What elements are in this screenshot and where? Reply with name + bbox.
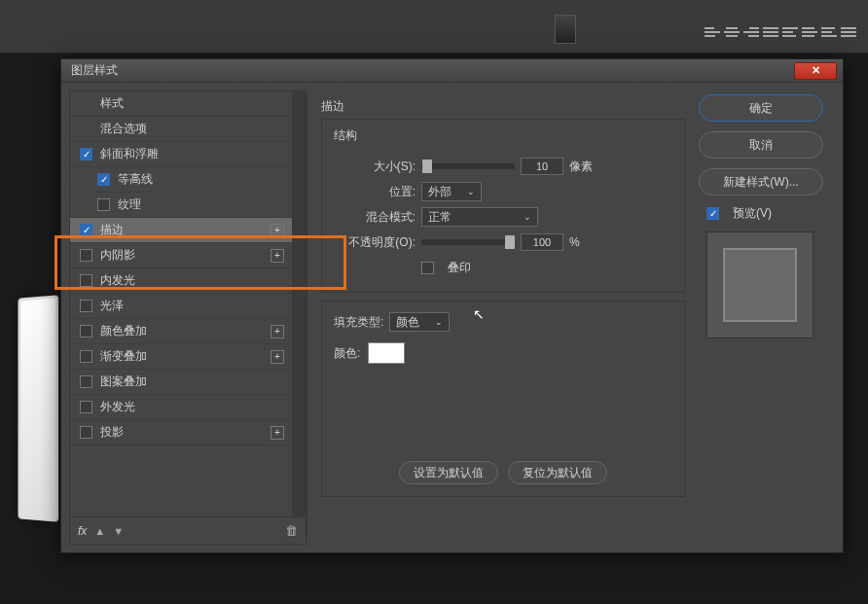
reset-default-button[interactable]: 复位为默认值	[508, 461, 607, 484]
blend-mode-row: 混合模式: 正常 ⌄	[334, 204, 672, 230]
close-icon: ✕	[812, 64, 820, 77]
style-item-color-overlay[interactable]: 颜色叠加 +	[70, 319, 292, 344]
style-item-inner-glow[interactable]: 内发光	[70, 268, 292, 294]
align-icon-group	[705, 24, 856, 40]
checkbox-icon[interactable]	[97, 173, 110, 186]
checkbox-icon[interactable]	[80, 249, 92, 262]
fill-type-select[interactable]: 颜色 ⌄	[389, 312, 450, 332]
align-bottom-icon[interactable]	[821, 24, 837, 40]
preview-toggle-row: 预览(V)	[699, 205, 829, 222]
style-item-stroke[interactable]: 描边 +	[70, 218, 292, 243]
close-button[interactable]: ✕	[794, 62, 837, 80]
fill-type-row: 填充类型: 颜色 ⌄	[334, 309, 672, 335]
align-right-icon[interactable]	[743, 24, 759, 40]
checkbox-icon[interactable]	[80, 274, 92, 287]
add-instance
-icon[interactable]: +	[271, 350, 284, 364]
group-label: 结构	[334, 127, 672, 144]
app-toolbar	[0, 0, 868, 53]
preview-checkbox[interactable]	[706, 207, 719, 220]
cancel-button[interactable]: 取消	[699, 131, 823, 159]
checkbox-icon[interactable]	[80, 325, 92, 338]
size-slider[interactable]	[421, 163, 515, 169]
opacity-row: 不透明度(O): %	[334, 230, 672, 255]
style-preview-swatch	[723, 248, 797, 322]
fill-group: 填充类型: 颜色 ⌄ 颜色: 设置为默认值 复位为默认值	[321, 301, 685, 497]
blend-mode-select[interactable]: 正常 ⌄	[421, 207, 538, 227]
align-distribute-icon[interactable]	[841, 24, 856, 40]
checkbox-icon[interactable]	[80, 300, 92, 312]
position-row: 位置: 外部 ⌄	[334, 179, 672, 204]
fx-icon[interactable]: fx	[78, 524, 87, 538]
color-swatch[interactable]	[368, 342, 405, 364]
align-middle-icon[interactable]	[802, 24, 817, 40]
chevron-down-icon: ⌄	[435, 317, 443, 327]
dialog-title: 图层样式	[71, 62, 118, 79]
opacity-unit: %	[569, 235, 580, 249]
arrow-up-icon[interactable]: ▲	[94, 525, 105, 537]
align-center-icon[interactable]	[724, 24, 740, 40]
align-justify-icon[interactable]	[763, 24, 778, 40]
opacity-label: 不透明度(O):	[334, 234, 416, 251]
position-label: 位置:	[334, 184, 416, 200]
structure-group: 结构 大小(S): 像素 位置: 外部 ⌄	[321, 119, 685, 293]
checkbox-icon[interactable]	[80, 426, 92, 439]
style-item-satin[interactable]: 光泽	[70, 294, 292, 319]
checkbox-icon[interactable]	[80, 350, 92, 363]
style-item-outer-glow[interactable]: 外发光	[70, 395, 292, 420]
action-panel: 确定 取消 新建样式(W)... 预览(V)	[693, 90, 835, 545]
slider-thumb-icon[interactable]	[505, 235, 515, 249]
style-item-bevel[interactable]: 斜面和浮雕	[70, 142, 292, 167]
fill-type-label: 填充类型:	[334, 314, 383, 331]
style-item-contour[interactable]: 等高线	[70, 167, 292, 193]
slider-thumb-icon[interactable]	[422, 160, 432, 173]
style-preview-box	[706, 231, 814, 338]
size-input[interactable]	[521, 158, 563, 175]
set-default-button[interactable]: 设置为默认值	[399, 461, 498, 484]
style-item-inner-shadow[interactable]: 内阴影 +	[70, 243, 292, 268]
canvas-edge-preview	[18, 295, 59, 521]
ok-button[interactable]: 确定	[699, 94, 823, 122]
size-label: 大小(S):	[334, 159, 416, 175]
toolbar-preview-icon	[555, 15, 576, 44]
chevron-down-icon: ⌄	[524, 212, 531, 222]
add-instance-icon[interactable]: +	[271, 426, 284, 440]
style-item-texture[interactable]: 纹理	[70, 193, 292, 218]
style-list-panel: 样式 混合选项 斜面和浮雕 等高线 纹理	[69, 90, 307, 545]
style-list-footer: fx ▲ ▼ 🗑	[69, 517, 307, 545]
overprint-checkbox[interactable]	[421, 262, 434, 274]
add-instance-icon[interactable]: +	[271, 224, 284, 237]
new-style-button[interactable]: 新建样式(W)...	[699, 168, 823, 195]
preview-label: 预览(V)	[733, 205, 772, 222]
size-unit: 像素	[569, 159, 593, 175]
panel-title: 描边	[321, 94, 685, 117]
style-item-gradient-overlay[interactable]: 渐变叠加 +	[70, 344, 292, 370]
opacity-slider[interactable]	[421, 239, 515, 245]
opacity-input[interactable]	[521, 233, 563, 251]
scrollbar[interactable]	[293, 90, 307, 517]
color-label: 颜色:	[334, 345, 360, 362]
trash-icon[interactable]: 🗑	[285, 523, 298, 538]
style-list: 样式 混合选项 斜面和浮雕 等高线 纹理	[69, 90, 293, 517]
blending-options-row[interactable]: 混合选项	[70, 117, 292, 142]
style-item-pattern-overlay[interactable]: 图案叠加	[70, 370, 292, 395]
dialog-titlebar[interactable]: 图层样式 ✕	[61, 59, 843, 83]
add-instance-icon[interactable]: +	[271, 249, 284, 263]
checkbox-icon[interactable]	[80, 401, 92, 413]
layer-style-dialog: 图层样式 ✕ 样式 混合选项 斜面和浮雕	[60, 58, 844, 553]
checkbox-icon[interactable]	[80, 148, 92, 160]
style-item-drop-shadow[interactable]: 投影 +	[70, 420, 292, 445]
checkbox-icon[interactable]	[80, 375, 92, 388]
align-left-icon[interactable]	[705, 24, 720, 40]
align-top-icon[interactable]	[782, 24, 798, 40]
size-row: 大小(S): 像素	[334, 154, 672, 179]
checkbox-icon[interactable]	[97, 198, 110, 211]
checkbox-icon[interactable]	[80, 224, 92, 236]
stroke-settings-panel: 描边 结构 大小(S): 像素 位置: 外部 ⌄	[307, 90, 693, 545]
add-instance-icon[interactable]: +	[271, 325, 284, 338]
style-list-header: 样式	[70, 91, 292, 117]
chevron-down-icon: ⌄	[467, 187, 475, 196]
default-buttons-row: 设置为默认值 复位为默认值	[334, 461, 672, 484]
arrow-down-icon[interactable]: ▼	[113, 525, 124, 537]
blend-mode-label: 混合模式:	[334, 209, 416, 226]
position-select[interactable]: 外部 ⌄	[421, 182, 482, 201]
